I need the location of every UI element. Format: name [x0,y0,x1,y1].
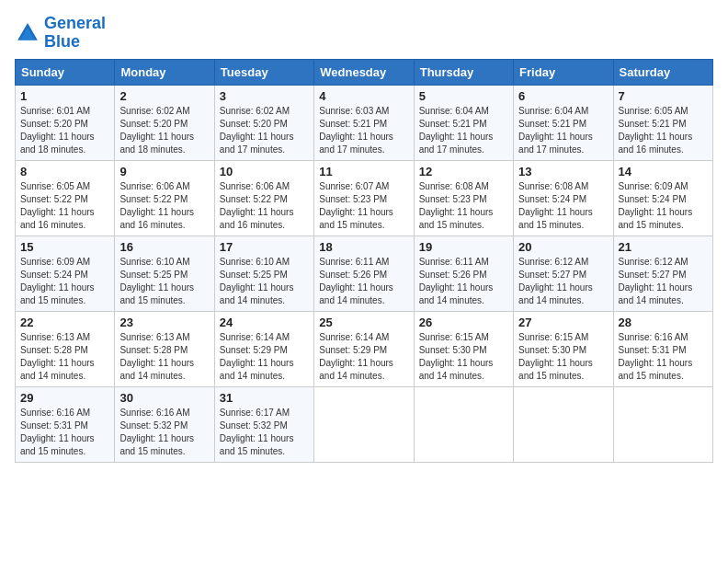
day-number: 19 [419,240,508,254]
calendar-cell: 15Sunrise: 6:09 AM Sunset: 5:24 PM Dayli… [16,236,115,311]
calendar-cell: 25Sunrise: 6:14 AM Sunset: 5:29 PM Dayli… [314,311,414,386]
calendar-week-row: 8Sunrise: 6:05 AM Sunset: 5:22 PM Daylig… [16,160,713,236]
day-number: 18 [319,240,408,254]
day-detail: Sunrise: 6:11 AM Sunset: 5:26 PM Dayligh… [319,256,408,307]
day-number: 27 [518,316,608,329]
day-detail: Sunrise: 6:12 AM Sunset: 5:27 PM Dayligh… [518,256,608,307]
calendar-cell: 17Sunrise: 6:10 AM Sunset: 5:25 PM Dayli… [214,236,313,311]
day-number: 11 [319,165,408,178]
day-detail: Sunrise: 6:05 AM Sunset: 5:22 PM Dayligh… [20,180,109,232]
day-detail: Sunrise: 6:09 AM Sunset: 5:24 PM Dayligh… [619,180,708,232]
calendar-cell: 12Sunrise: 6:08 AM Sunset: 5:23 PM Dayli… [414,160,513,236]
calendar-cell: 1Sunrise: 6:01 AM Sunset: 5:20 PM Daylig… [16,85,115,160]
day-detail: Sunrise: 6:13 AM Sunset: 5:28 PM Dayligh… [119,331,209,383]
calendar-body: 1Sunrise: 6:01 AM Sunset: 5:20 PM Daylig… [16,85,713,462]
day-detail: Sunrise: 6:01 AM Sunset: 5:20 PM Dayligh… [20,105,109,156]
day-number: 16 [119,240,209,254]
calendar-cell: 5Sunrise: 6:04 AM Sunset: 5:21 PM Daylig… [414,85,513,160]
calendar-cell: 19Sunrise: 6:11 AM Sunset: 5:26 PM Dayli… [414,236,513,311]
day-number: 6 [518,89,608,103]
day-number: 23 [119,316,209,329]
calendar-cell: 21Sunrise: 6:12 AM Sunset: 5:27 PM Dayli… [613,236,712,311]
day-detail: Sunrise: 6:16 AM Sunset: 5:32 PM Dayligh… [119,407,209,458]
day-number: 20 [518,240,608,254]
day-number: 14 [619,165,708,178]
weekday-header: Sunday [16,59,115,85]
day-number: 1 [20,89,109,103]
calendar-cell: 22Sunrise: 6:13 AM Sunset: 5:28 PM Dayli… [16,311,115,386]
weekday-header: Saturday [613,59,712,85]
day-detail: Sunrise: 6:03 AM Sunset: 5:21 PM Dayligh… [319,105,408,156]
calendar-week-row: 15Sunrise: 6:09 AM Sunset: 5:24 PM Dayli… [16,236,713,311]
weekday-header: Wednesday [314,59,414,85]
calendar-cell [414,386,513,462]
day-number: 28 [619,316,708,329]
day-detail: Sunrise: 6:10 AM Sunset: 5:25 PM Dayligh… [220,256,309,307]
calendar-cell: 11Sunrise: 6:07 AM Sunset: 5:23 PM Dayli… [314,160,414,236]
day-number: 9 [119,165,209,178]
day-number: 10 [220,165,309,178]
day-detail: Sunrise: 6:02 AM Sunset: 5:20 PM Dayligh… [119,105,209,156]
calendar-cell: 3Sunrise: 6:02 AM Sunset: 5:20 PM Daylig… [214,85,313,160]
day-detail: Sunrise: 6:10 AM Sunset: 5:25 PM Dayligh… [119,256,209,307]
day-number: 30 [119,391,209,405]
calendar-cell: 7Sunrise: 6:05 AM Sunset: 5:21 PM Daylig… [613,85,712,160]
calendar-cell: 29Sunrise: 6:16 AM Sunset: 5:31 PM Dayli… [16,386,115,462]
day-detail: Sunrise: 6:07 AM Sunset: 5:23 PM Dayligh… [319,180,408,232]
day-number: 5 [419,89,508,103]
day-number: 12 [419,165,508,178]
calendar-cell: 4Sunrise: 6:03 AM Sunset: 5:21 PM Daylig… [314,85,414,160]
day-detail: Sunrise: 6:06 AM Sunset: 5:22 PM Dayligh… [119,180,209,232]
logo-icon [15,20,40,46]
day-detail: Sunrise: 6:14 AM Sunset: 5:29 PM Dayligh… [319,331,408,383]
day-detail: Sunrise: 6:06 AM Sunset: 5:22 PM Dayligh… [220,180,309,232]
calendar-week-row: 1Sunrise: 6:01 AM Sunset: 5:20 PM Daylig… [16,85,713,160]
calendar-cell [314,386,414,462]
calendar-week-row: 29Sunrise: 6:16 AM Sunset: 5:31 PM Dayli… [16,386,713,462]
day-detail: Sunrise: 6:02 AM Sunset: 5:20 PM Dayligh… [220,105,309,156]
day-number: 25 [319,316,408,329]
calendar-cell: 10Sunrise: 6:06 AM Sunset: 5:22 PM Dayli… [214,160,313,236]
weekday-header: Friday [514,59,613,85]
calendar-cell: 18Sunrise: 6:11 AM Sunset: 5:26 PM Dayli… [314,236,414,311]
day-number: 7 [619,89,708,103]
day-detail: Sunrise: 6:16 AM Sunset: 5:31 PM Dayligh… [20,407,109,458]
calendar-cell: 20Sunrise: 6:12 AM Sunset: 5:27 PM Dayli… [514,236,613,311]
day-detail: Sunrise: 6:17 AM Sunset: 5:32 PM Dayligh… [220,407,309,458]
calendar-cell: 13Sunrise: 6:08 AM Sunset: 5:24 PM Dayli… [514,160,613,236]
day-number: 22 [20,316,109,329]
day-number: 15 [20,240,109,254]
calendar-cell [514,386,613,462]
day-number: 17 [220,240,309,254]
day-number: 13 [518,165,608,178]
day-detail: Sunrise: 6:12 AM Sunset: 5:27 PM Dayligh… [619,256,708,307]
calendar-cell: 8Sunrise: 6:05 AM Sunset: 5:22 PM Daylig… [16,160,115,236]
day-detail: Sunrise: 6:08 AM Sunset: 5:23 PM Dayligh… [419,180,508,232]
day-detail: Sunrise: 6:15 AM Sunset: 5:30 PM Dayligh… [419,331,508,383]
calendar-cell: 6Sunrise: 6:04 AM Sunset: 5:21 PM Daylig… [514,85,613,160]
day-number: 29 [20,391,109,405]
calendar-cell: 2Sunrise: 6:02 AM Sunset: 5:20 PM Daylig… [115,85,214,160]
logo: General Blue [15,15,106,52]
day-number: 26 [419,316,508,329]
calendar-cell: 30Sunrise: 6:16 AM Sunset: 5:32 PM Dayli… [115,386,214,462]
day-detail: Sunrise: 6:11 AM Sunset: 5:26 PM Dayligh… [419,256,508,307]
day-number: 4 [319,89,408,103]
day-number: 3 [220,89,309,103]
calendar-cell: 9Sunrise: 6:06 AM Sunset: 5:22 PM Daylig… [115,160,214,236]
day-detail: Sunrise: 6:04 AM Sunset: 5:21 PM Dayligh… [518,105,608,156]
day-number: 24 [220,316,309,329]
day-number: 8 [20,165,109,178]
weekday-header: Tuesday [214,59,313,85]
calendar-cell: 26Sunrise: 6:15 AM Sunset: 5:30 PM Dayli… [414,311,513,386]
day-number: 31 [220,391,309,405]
logo-text: General Blue [44,15,106,52]
calendar-cell: 23Sunrise: 6:13 AM Sunset: 5:28 PM Dayli… [115,311,214,386]
weekday-header: Thursday [414,59,513,85]
day-number: 21 [619,240,708,254]
calendar-week-row: 22Sunrise: 6:13 AM Sunset: 5:28 PM Dayli… [16,311,713,386]
day-detail: Sunrise: 6:08 AM Sunset: 5:24 PM Dayligh… [518,180,608,232]
calendar-cell [613,386,712,462]
day-detail: Sunrise: 6:09 AM Sunset: 5:24 PM Dayligh… [20,256,109,307]
calendar-cell: 27Sunrise: 6:15 AM Sunset: 5:30 PM Dayli… [514,311,613,386]
